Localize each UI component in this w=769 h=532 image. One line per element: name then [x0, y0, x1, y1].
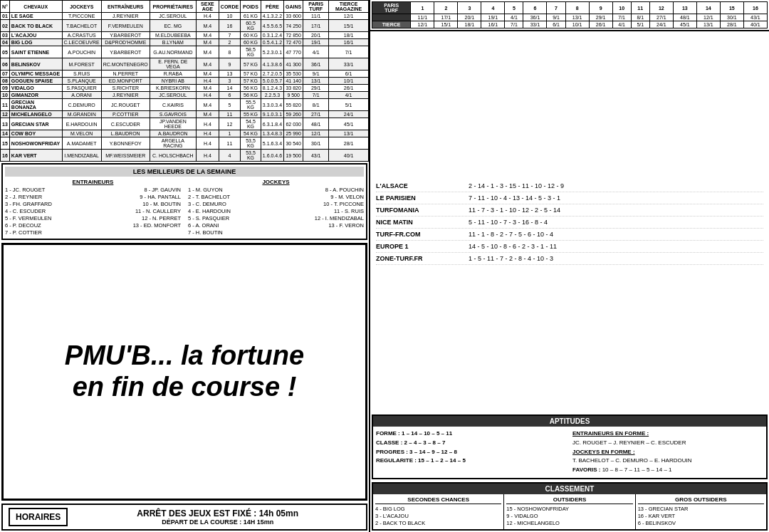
item-right: 12 - N. PERRET [142, 215, 181, 221]
row-cell: 6 [219, 92, 240, 99]
row-cell: L.BAUDRON [101, 130, 150, 137]
list-item: 3 - C. DEMURO10 - T. PICCONE [188, 201, 364, 207]
row-cell: 4.5.5.6.5 [261, 20, 283, 32]
tierce-cell: 45/1 [673, 21, 696, 28]
row-cell: 8.1.2.4.3 [261, 85, 283, 92]
row-cell: 2 [219, 39, 240, 46]
col-tierce: TIERCE MAGAZINE [329, 1, 369, 13]
apt-forme: FORME : 1 – 14 – 10 – 5 – 11 [376, 429, 567, 439]
row-cell: 5.1.6.3.4 [261, 137, 283, 150]
paris-cell: 43/1 [743, 14, 767, 21]
table-row: 08GOGUEN SPAISES.PLANQUEED.MONFORTNYBRI … [1, 78, 369, 85]
row-cell: 54,5 KG [241, 118, 261, 130]
row-cell: 43/1 [303, 150, 329, 162]
tierce-cell: 24/1 [649, 21, 673, 28]
row-cell: 33 820 [284, 85, 303, 92]
outsiders-title: OUTSIDERS [506, 496, 632, 504]
meilleurs-entraineurs: ENTRAINEURS 1 - JC. ROUGET8 - JP. GAUVIN… [5, 179, 181, 236]
classement-section: CLASSEMENT SECONDES CHANCES 4 - BIG LOG3… [372, 482, 768, 531]
row-cell: H.4 [196, 78, 219, 85]
row-cell: S.RUIS [62, 71, 101, 78]
row-horse: BELINSKOV [9, 58, 62, 71]
item-right: 11 - S. RUIS [334, 208, 364, 214]
row-cell: 26/1 [329, 85, 369, 92]
apt-regularite: REGULARITE : 15 – 1 – 2 – 14 – 5 [376, 457, 567, 466]
row-cell: E.HARDOUIN [62, 118, 101, 130]
table-row: 11GRECIAN BONANZAC.DEMUROJC.ROUGETC.KAIR… [1, 99, 369, 111]
table-row: 10GIMANZORA.ORANIJ.REYNIERJC.SEROULH.465… [1, 92, 369, 99]
row-cell: 1.3.4.8.3 [261, 130, 283, 137]
row-cell: A.POUCHIN [62, 46, 101, 58]
col-14: 14 [696, 2, 720, 14]
prono-source: NICE MATIN [376, 219, 469, 226]
row-horse: KAR VERT [9, 150, 62, 162]
row-num: 12 [1, 111, 10, 118]
tierce-cell: 18/1 [458, 21, 481, 28]
paris-cell: 8/1 [631, 14, 649, 21]
row-horse: GOGUEN SPAISE [9, 78, 62, 85]
list-item: 6 - P. DECOUZ13 - ED. MONFORT [5, 222, 181, 229]
prono-numbers: 14 - 5 - 10 - 8 - 6 - 2 - 3 - 1 - 11 [469, 243, 763, 250]
row-cell: R.RABA [150, 71, 196, 78]
apt-classe: CLASSE : 2 – 4 – 3 – 8 – 7 [376, 439, 567, 448]
prono-numbers: 2 - 14 - 1 - 3 - 15 - 11 - 10 - 12 - 9 [469, 182, 763, 189]
paris-cell: 4/1 [505, 14, 523, 21]
row-cell: 8/1 [303, 99, 329, 111]
row-cell: A.ORANI [62, 92, 101, 99]
row-cell: 56 KG [241, 85, 261, 92]
table-row: 05SAINT ETIENNEA.POUCHINY.BARBEROTG.AU.N… [1, 46, 369, 58]
row-cell: 57 KG [241, 78, 261, 85]
paris-row-label [372, 14, 411, 21]
tierce-cell: 33/1 [523, 21, 547, 28]
row-cell: 55 KG [241, 111, 261, 118]
list-item: 4 - BIG LOG [375, 506, 501, 512]
row-cell: 9.1.0.3.1 [261, 111, 283, 118]
row-cell: 1.6.0.4.6 [261, 150, 283, 162]
row-cell: 57 KG [241, 71, 261, 78]
col-12: 12 [649, 2, 673, 14]
col-pere: PÈRE [261, 1, 283, 13]
row-cell: 47 770 [284, 46, 303, 58]
col-8: 8 [565, 2, 589, 14]
row-num: 01 [1, 13, 10, 20]
pmu-text: PMU'B... la fortune en fin de course ! [65, 340, 304, 402]
row-cell: S.RICHTER [101, 85, 150, 92]
prono-row: L'ALSACE2 - 14 - 1 - 3 - 15 - 11 - 10 - … [376, 180, 763, 192]
row-cell: 5/1 [329, 99, 369, 111]
row-num: 13 [1, 118, 10, 130]
tierce-cell: 4/1 [612, 21, 631, 28]
meilleurs-cols: ENTRAINEURS 1 - JC. ROUGET8 - JP. GAUVIN… [5, 179, 364, 236]
table-row: 07OLYMPIC MESSAGES.RUISN.PERRETR.RABAM.4… [1, 71, 369, 78]
row-cell: 4.1.3.8.6 [261, 58, 283, 71]
row-cell: B.LYNAM [150, 39, 196, 46]
race-table-container: N° CHEVAUX JOCKEYS ENTRAÎNEURS PROPRIÉTA… [0, 0, 369, 162]
row-cell: 53,5 KG [241, 150, 261, 162]
row-horse: OLYMPIC MESSAGE [9, 71, 62, 78]
row-cell: H.4 [196, 137, 219, 150]
prono-source: TURFOMANIA [376, 207, 469, 214]
item-left: 2 - T. BACHELOT [188, 194, 230, 200]
aptitudes-title: APTITUDES [373, 416, 766, 427]
row-cell: M.4 [196, 71, 219, 78]
row-cell: 4/1 [329, 92, 369, 99]
row-cell: 7/1 [303, 92, 329, 99]
table-row: 06BELINSKOVM.FORESTRC.MONTENEGROE. FERN.… [1, 58, 369, 71]
aptitudes-body: FORME : 1 – 14 – 10 – 5 – 11 CLASSE : 2 … [373, 427, 766, 478]
row-cell: M.4 [196, 39, 219, 46]
row-cell: C.KAIRIS [150, 99, 196, 111]
row-cell: 60 KG [241, 39, 261, 46]
tierce-cell: 10/1 [565, 21, 589, 28]
row-cell: 4/1 [303, 46, 329, 58]
row-cell: M.4 [196, 99, 219, 111]
row-cell: G.AU.NORMAND [150, 46, 196, 58]
paris-cell: 36/1 [523, 14, 547, 21]
prono-source: EUROPE 1 [376, 243, 469, 250]
row-cell: 33 600 [284, 13, 303, 20]
row-horse: BIG LOG [9, 39, 62, 46]
row-cell: Y.BARBEROT [101, 32, 150, 39]
list-item: 16 - KAR VERT [638, 513, 764, 519]
horaires-sub: DÉPART DE LA COURSE : 14H 15mn [75, 518, 360, 526]
row-cell: 7 [219, 32, 240, 39]
paris-grid-section: PARISTURF 1 2 3 4 5 6 7 8 9 10 11 12 13 … [370, 0, 769, 31]
row-num: 03 [1, 32, 10, 39]
